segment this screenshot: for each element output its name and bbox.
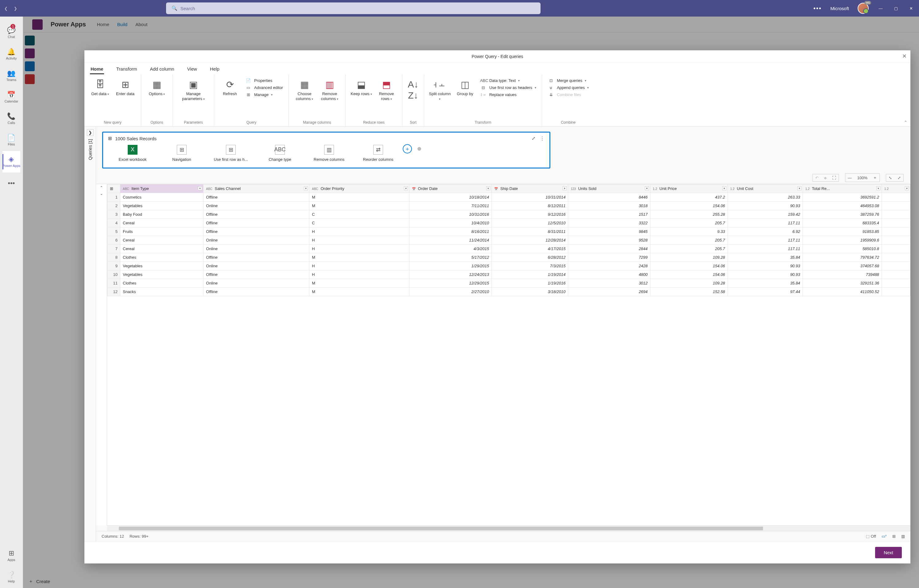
nav-apps[interactable]: ⊞Apps bbox=[7, 545, 16, 567]
manage-parameters-button[interactable]: ▣Manage parameters bbox=[176, 76, 210, 101]
refresh-button[interactable]: ⟳Refresh bbox=[218, 76, 242, 96]
cell[interactable]: 1/29/2015 bbox=[409, 262, 491, 270]
cell[interactable]: 3322 bbox=[568, 219, 650, 228]
row-number[interactable]: 4 bbox=[107, 219, 120, 228]
column-header-unit-price[interactable]: 1.2 Unit Price▾ bbox=[650, 184, 727, 193]
cell[interactable]: 205.7 bbox=[650, 236, 727, 245]
column-header-order-date[interactable]: 📅 Order Date▾ bbox=[409, 184, 491, 193]
horizontal-scrollbar[interactable] bbox=[107, 525, 910, 531]
cell[interactable]: 4800 bbox=[568, 270, 650, 279]
cell[interactable]: Online bbox=[204, 202, 309, 210]
cell[interactable]: 2694 bbox=[568, 288, 650, 296]
cell[interactable]: Online bbox=[204, 245, 309, 253]
cell[interactable] bbox=[882, 236, 910, 245]
cell[interactable]: 4/3/2015 bbox=[409, 245, 491, 253]
filter-dropdown-icon[interactable]: ▾ bbox=[563, 186, 567, 190]
ribbon-tab-add-column[interactable]: Add column bbox=[149, 65, 174, 74]
options-button[interactable]: ▦Options bbox=[145, 76, 169, 96]
nav-power-apps[interactable]: ◈Power Apps bbox=[2, 151, 21, 173]
cell[interactable]: 3018 bbox=[568, 202, 650, 210]
step-toggle[interactable]: ⬚ Off bbox=[866, 534, 876, 539]
filter-dropdown-icon[interactable]: ▾ bbox=[486, 186, 490, 190]
cell[interactable]: Cereal bbox=[120, 245, 204, 253]
cell[interactable]: H bbox=[309, 270, 409, 279]
diagram-more-icon[interactable]: ⋮ bbox=[540, 136, 544, 141]
expand-view-icon[interactable]: ⤢ bbox=[898, 176, 901, 180]
ribbon-tab-view[interactable]: View bbox=[187, 65, 198, 74]
cell[interactable]: Vegetables bbox=[120, 262, 204, 270]
cell[interactable]: M bbox=[309, 193, 409, 202]
avatar[interactable]: MS bbox=[858, 3, 869, 14]
cell[interactable]: Offline bbox=[204, 219, 309, 228]
cell[interactable]: 10/18/2014 bbox=[409, 193, 491, 202]
cell[interactable]: 117.11 bbox=[728, 236, 803, 245]
row-number[interactable]: 11 bbox=[107, 279, 120, 288]
cell[interactable]: Vegetables bbox=[120, 270, 204, 279]
cell[interactable]: 97.44 bbox=[728, 288, 803, 296]
cell[interactable]: M bbox=[309, 279, 409, 288]
collapse-row-icon[interactable]: ⌃ bbox=[100, 185, 103, 190]
schema-view-icon[interactable]: ▥ bbox=[901, 534, 905, 539]
nav-activity[interactable]: 🔔Activity bbox=[2, 44, 21, 65]
ribbon-tab-transform[interactable]: Transform bbox=[116, 65, 138, 74]
cell[interactable]: 3692591.2 bbox=[803, 193, 882, 202]
filter-dropdown-icon[interactable]: ▾ bbox=[798, 186, 801, 190]
cell[interactable]: 2428 bbox=[568, 262, 650, 270]
cell[interactable]: Vegetables bbox=[120, 202, 204, 210]
cell[interactable]: 6.92 bbox=[728, 228, 803, 236]
cell[interactable]: 159.42 bbox=[728, 210, 803, 219]
row-number[interactable]: 9 bbox=[107, 262, 120, 270]
nav-teams[interactable]: 👥Teams bbox=[2, 65, 21, 87]
step-reorder-columns[interactable]: ⇄Reorder columns bbox=[354, 145, 403, 162]
step-excel-workbook[interactable]: XExcel workbook bbox=[108, 145, 157, 162]
cell[interactable]: H bbox=[309, 245, 409, 253]
remove-rows-button[interactable]: ⬒Remove rows bbox=[375, 76, 399, 101]
step-navigation[interactable]: ⊞Navigation bbox=[157, 145, 206, 162]
cell[interactable]: 1517 bbox=[568, 210, 650, 219]
nav-chat[interactable]: 💬Chat1 bbox=[2, 22, 21, 44]
cell[interactable]: 90.93 bbox=[728, 202, 803, 210]
manage-button[interactable]: ⊞Manage bbox=[243, 92, 285, 98]
cell[interactable]: 1/19/2016 bbox=[492, 279, 568, 288]
cell[interactable] bbox=[882, 202, 910, 210]
cell[interactable]: 437.2 bbox=[650, 193, 727, 202]
cell[interactable] bbox=[882, 253, 910, 262]
cell[interactable]: Cosmetics bbox=[120, 193, 204, 202]
cell[interactable]: H bbox=[309, 228, 409, 236]
filter-dropdown-icon[interactable]: ▾ bbox=[304, 186, 308, 190]
choose-columns-button[interactable]: ▦Choose columns bbox=[292, 76, 317, 101]
nav-calendar[interactable]: 📅Calendar bbox=[2, 87, 21, 108]
zoom-in-icon[interactable]: ＋ bbox=[873, 175, 877, 181]
cell[interactable]: 109.28 bbox=[650, 279, 727, 288]
cell[interactable]: C bbox=[309, 219, 409, 228]
cell[interactable]: Offline bbox=[204, 253, 309, 262]
sort-button[interactable]: A↓Z↓ bbox=[406, 76, 420, 100]
column-header-order-priority[interactable]: ABC Order Priority▾ bbox=[309, 184, 409, 193]
cell[interactable]: 464953.08 bbox=[803, 202, 882, 210]
cell[interactable]: Cereal bbox=[120, 219, 204, 228]
cell[interactable]: 1959909.6 bbox=[803, 236, 882, 245]
enter-data-button[interactable]: ⊞Enter data bbox=[113, 76, 137, 96]
cell[interactable] bbox=[882, 193, 910, 202]
minimize-icon[interactable]: — bbox=[877, 6, 884, 11]
cell[interactable]: M bbox=[309, 253, 409, 262]
cell[interactable]: 90.93 bbox=[728, 262, 803, 270]
cell[interactable]: 9845 bbox=[568, 228, 650, 236]
cell[interactable] bbox=[882, 262, 910, 270]
merge-queries-button[interactable]: ⊡Merge queries bbox=[546, 78, 591, 84]
filter-dropdown-icon[interactable]: ▾ bbox=[404, 186, 408, 190]
cell[interactable] bbox=[882, 228, 910, 236]
cell[interactable]: 117.11 bbox=[728, 245, 803, 253]
cell[interactable]: 797634.72 bbox=[803, 253, 882, 262]
search-input[interactable]: 🔍 Search bbox=[166, 2, 541, 14]
cell[interactable]: M bbox=[309, 202, 409, 210]
cell[interactable]: 11/24/2014 bbox=[409, 236, 491, 245]
row-number[interactable]: 8 bbox=[107, 253, 120, 262]
cell[interactable] bbox=[882, 279, 910, 288]
column-header-unit-cost[interactable]: 1.2 Unit Cost▾ bbox=[728, 184, 803, 193]
dialog-close-icon[interactable]: ✕ bbox=[902, 53, 907, 60]
cell[interactable]: 154.06 bbox=[650, 270, 727, 279]
cell[interactable]: 91853.85 bbox=[803, 228, 882, 236]
cell[interactable]: M bbox=[309, 288, 409, 296]
cell[interactable]: 411050.52 bbox=[803, 288, 882, 296]
